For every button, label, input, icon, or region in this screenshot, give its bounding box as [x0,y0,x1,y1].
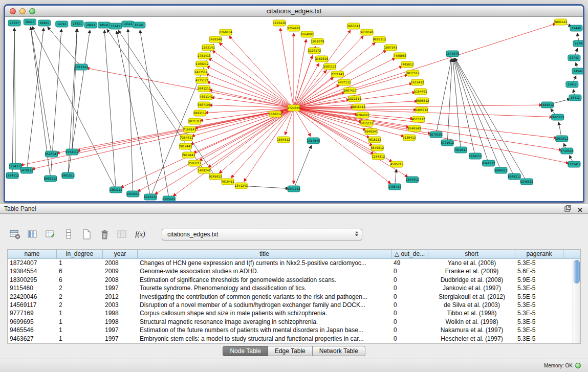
graph-node[interactable]: 9245012 [209,173,222,180]
graph-node[interactable]: 8549343 [408,125,421,132]
graph-node[interactable]: 3162615 [315,56,329,62]
graph-node[interactable]: 1341212 [287,186,300,192]
table-scrollbar[interactable] [573,259,580,343]
graph-node[interactable]: 16412 [569,95,581,101]
graph-node[interactable]: 1554912 [406,177,419,183]
graph-node[interactable]: 9810312 [373,36,386,42]
citation-edge-red[interactable] [207,66,294,108]
graph-node[interactable]: 19448 [570,25,582,31]
graph-node[interactable]: 25227 [8,20,20,26]
graph-node[interactable]: 2891141 [554,19,568,25]
delete-table-icon[interactable] [98,228,111,241]
graph-node[interactable]: 1961079 [311,38,324,45]
tab-node-table[interactable]: Node Table [223,346,268,356]
citation-edge-black[interactable] [140,30,169,199]
tab-network-table[interactable]: Network Table [313,346,365,356]
graph-node[interactable]: 1584512 [277,137,290,143]
citation-edge-red[interactable] [86,68,294,108]
table-row[interactable]: 1830029562008Estimation of significance … [8,276,573,284]
graph-node[interactable]: 92741 [573,40,583,47]
graph-node[interactable]: 8549341 [364,128,378,135]
import-table-icon[interactable] [116,228,129,241]
column-header-pagerank[interactable]: pagerank [515,250,563,259]
graph-node[interactable]: 5581121 [323,63,337,70]
network-view[interactable]: 1724046226083414202482182142275141311602… [5,17,583,201]
table-row[interactable]: 1456911722003Disruption of a novel membe… [8,301,573,309]
table-row[interactable]: 1872400712008Changes of HCN gene express… [8,259,573,267]
tab-edge-table[interactable]: Edge Table [268,346,313,356]
graph-node[interactable]: 1724046 [287,105,300,111]
graph-node[interactable]: 1420248 [209,36,222,42]
graph-node[interactable]: 1081612 [555,136,569,142]
close-panel-icon[interactable]: ✕ [577,206,583,214]
graph-node[interactable]: 1710345 [560,148,574,154]
graph-node[interactable]: 12412 [566,81,578,87]
graph-node[interactable]: 9245013 [520,179,533,185]
graph-node[interactable]: 1254491 [287,25,300,31]
network-canvas[interactable]: 1724046226083414202482182142275141311602… [5,17,583,201]
graph-node[interactable]: 20941 [84,22,97,28]
graph-node[interactable]: 10541 [98,22,110,28]
graph-node[interactable]: 1554112 [66,149,79,155]
graph-node[interactable]: 1934112 [469,153,482,159]
graph-node[interactable]: 4787112 [338,79,351,85]
graph-node[interactable]: 19901 [38,20,50,26]
graph-node[interactable]: 14541 [572,68,583,74]
graph-node[interactable]: 5479112 [20,167,34,173]
citation-edge-black[interactable] [453,59,475,156]
graph-node[interactable]: 1485412 [388,184,402,190]
column-header-title[interactable]: title [138,250,391,259]
graph-node[interactable]: 7485012 [401,61,414,68]
graph-node[interactable]: 1616412 [411,79,424,85]
graph-node[interactable]: 1605812 [551,114,564,120]
graph-node[interactable]: 1694512 [494,167,508,173]
zoom-button[interactable] [29,8,35,14]
citation-edge-red[interactable] [57,108,294,153]
show-rows-icon[interactable] [62,228,75,241]
citation-edge-black[interactable] [117,31,150,197]
graph-node[interactable]: 6015112 [360,120,374,126]
column-header-short[interactable]: short [428,250,515,259]
graph-node[interactable]: 7771141 [331,71,344,77]
show-columns-icon[interactable] [26,228,39,241]
graph-node[interactable]: 1489241 [198,167,211,173]
graph-node[interactable]: 5901312 [44,176,57,182]
citation-edge-black[interactable] [436,59,451,135]
graph-node[interactable]: 7019441 [179,143,192,149]
column-header-name[interactable]: name [8,250,57,259]
graph-node[interactable]: 4595212 [390,161,404,167]
citation-edge-red[interactable] [206,74,294,108]
graph-node[interactable]: 14741 [56,21,68,27]
citation-edge-black[interactable] [27,28,43,170]
citation-edge-black[interactable] [104,30,116,190]
window-titlebar[interactable]: citations_edges.txt [5,6,583,17]
graph-node[interactable]: 1914549 [307,138,320,144]
citation-edge-red[interactable] [207,82,294,108]
table-row[interactable]: 969969511998Structural magnetic resonanc… [8,318,573,326]
column-header-year[interactable]: year [103,250,138,259]
graph-node[interactable]: 3041212 [198,85,211,92]
table-options-icon[interactable] [8,228,21,241]
graph-node[interactable]: 7485083 [394,53,407,59]
graph-node[interactable]: 5495712 [415,107,428,113]
table-row[interactable]: 977716911998Corpus callosum shape and si… [8,309,573,317]
column-header-in-degree[interactable]: in_degree [57,250,103,259]
graph-node[interactable]: 1321614 [348,96,361,102]
graph-node[interactable]: 1775412 [568,161,581,167]
graph-node[interactable]: 1554312 [126,191,140,197]
graph-node[interactable]: 1944879 [446,51,459,57]
citation-edge-black[interactable] [72,29,77,152]
citation-edge-red[interactable] [294,108,404,136]
citation-edge-red[interactable] [294,39,306,108]
graph-node[interactable]: 7919012 [454,147,468,153]
graph-node[interactable]: 2051341 [75,64,88,70]
graph-node[interactable]: 9610141 [360,29,374,35]
citation-edge-black[interactable] [294,145,311,189]
graph-node[interactable]: 3893112 [193,110,207,116]
table-selector[interactable]: citations_edges.txt [162,229,362,240]
graph-node[interactable]: 8791912 [441,140,454,146]
graph-node[interactable]: 3663541 [347,23,360,29]
graph-node[interactable]: 7619441 [182,152,195,158]
graph-node[interactable]: 8549512 [371,145,384,151]
graph-node[interactable]: 1664091 [300,31,314,37]
